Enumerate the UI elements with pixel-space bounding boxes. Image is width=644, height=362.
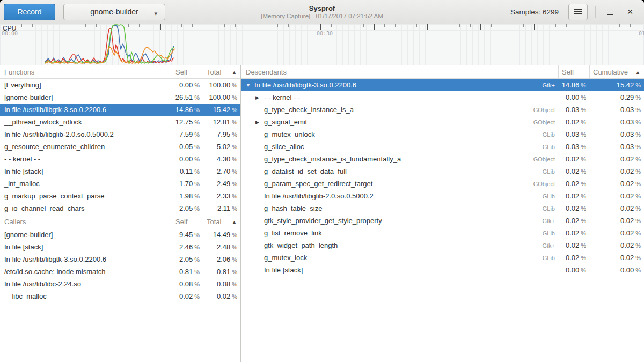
table-row[interactable]: [gnome-builder]26.51%100.00%: [0, 91, 240, 104]
expander-closed-icon[interactable]: ▶: [255, 120, 264, 125]
percent-cell: 0.00%: [172, 81, 203, 89]
header-bar: Record gnome-builder ▾ Sysprof [Memory C…: [0, 0, 644, 24]
percent-cell: 0.00%: [172, 155, 203, 163]
tree-row[interactable]: ▶g_signal_emitGObject0.02%0.03%: [241, 116, 644, 128]
descendant-name: In file /usr/lib/libglib-2.0.so.0.5000.2…: [241, 192, 558, 200]
percent-cell: 5.02%: [203, 143, 240, 151]
percent-cell: 0.29%: [589, 93, 644, 101]
percent-cell: 0.02%: [558, 241, 589, 249]
percent-cell: 0.02%: [589, 204, 644, 212]
descendant-name: g_type_check_instance_is_fundamentally_a…: [241, 155, 558, 163]
table-row[interactable]: In file /usr/lib/libgtk-3.so.0.2200.614.…: [0, 104, 240, 116]
column-header-total[interactable]: Total ▲: [203, 215, 240, 228]
percent-cell: 0.02%: [589, 155, 644, 163]
table-row[interactable]: In file [stack]2.46%2.48%: [0, 241, 240, 253]
percent-cell: 0.02%: [589, 229, 644, 237]
percent-cell: 12.75%: [172, 118, 203, 126]
table-row[interactable]: In file /usr/lib/libc-2.24.so0.08%0.08%: [0, 278, 240, 290]
expander-closed-icon[interactable]: ▶: [255, 95, 264, 100]
cpu-graph-area[interactable]: CPU 00:0000:3001:00: [0, 24, 644, 65]
percent-cell: 26.51%: [172, 93, 203, 101]
tree-row[interactable]: ▼In file /usr/lib/libgtk-3.so.0.2200.6Gt…: [241, 79, 644, 91]
library-tag: Gtk+: [542, 242, 558, 249]
record-button[interactable]: Record: [4, 4, 55, 20]
tree-row[interactable]: gtk_widget_path_lengthGtk+0.02%0.02%: [241, 239, 644, 252]
function-name: In file [stack]: [0, 243, 172, 251]
column-header-self[interactable]: Self: [558, 65, 589, 79]
tree-row[interactable]: g_param_spec_get_redirect_targetGObject0…: [241, 178, 644, 190]
table-row[interactable]: [gnome-builder]9.45%14.49%: [0, 228, 240, 241]
library-tag: GLib: [543, 168, 558, 175]
function-name: _int_malloc: [0, 180, 172, 188]
descendant-name: g_slice_allocGLib: [241, 143, 558, 151]
time-tick-label: 00:00: [2, 31, 18, 36]
table-row[interactable]: /etc/ld.so.cache: inode mismatch0.81%0.8…: [0, 265, 240, 278]
percent-cell: 0.00%: [558, 93, 589, 101]
percent-cell: 1.70%: [172, 180, 203, 188]
table-row[interactable]: g_resource_enumerate_children0.05%5.02%: [0, 141, 240, 153]
tree-row[interactable]: g_datalist_id_set_data_fullGLib0.02%0.02…: [241, 165, 644, 178]
table-row[interactable]: _int_malloc1.70%2.49%: [0, 178, 240, 190]
function-name: In file /usr/lib/libglib-2.0.so.0.5000.2: [0, 130, 172, 138]
percent-cell: 0.02%: [558, 217, 589, 225]
percent-cell: 0.02%: [558, 118, 589, 126]
target-selector-dropdown[interactable]: gnome-builder ▾: [63, 4, 165, 20]
table-row[interactable]: In file /usr/lib/libgtk-3.so.0.2200.62.0…: [0, 253, 240, 265]
column-header-descendants[interactable]: Descendants: [241, 65, 558, 79]
column-header-total[interactable]: Total ▲: [203, 65, 240, 79]
function-name: /etc/ld.so.cache: inode mismatch: [0, 268, 172, 276]
percent-cell: 2.46%: [172, 243, 203, 251]
table-row[interactable]: g_io_channel_read_chars2.05%2.11%: [0, 202, 240, 215]
column-header-self[interactable]: Self: [172, 215, 203, 228]
time-tick-label: 01:00: [639, 31, 644, 36]
tree-row[interactable]: ▶- - kernel - -0.00%0.29%: [241, 91, 644, 104]
tree-row[interactable]: g_mutex_lockGLib0.02%0.02%: [241, 252, 644, 264]
tree-row[interactable]: g_slice_allocGLib0.03%0.03%: [241, 141, 644, 153]
column-header-self[interactable]: Self: [172, 65, 203, 79]
percent-cell: 0.08%: [172, 280, 203, 288]
function-name: __libc_malloc: [0, 292, 172, 300]
callers-table: [gnome-builder]9.45%14.49%In file [stack…: [0, 228, 240, 302]
function-name: g_resource_enumerate_children: [0, 143, 172, 151]
percent-cell: 2.48%: [203, 243, 240, 251]
column-header-cumulative[interactable]: Cumulative ▲: [589, 65, 644, 79]
percent-cell: 0.03%: [589, 143, 644, 151]
sort-ascending-icon: ▲: [232, 70, 240, 75]
percent-cell: 9.45%: [172, 231, 203, 239]
percent-cell: 15.42%: [589, 81, 644, 89]
tree-row[interactable]: g_list_remove_linkGLib0.02%0.02%: [241, 227, 644, 239]
close-button[interactable]: ×: [623, 4, 638, 19]
tree-row[interactable]: In file [stack]0.00%0.00%: [241, 264, 644, 276]
column-header-functions[interactable]: Functions: [0, 65, 172, 79]
table-row[interactable]: [Everything]0.00%100.00%: [0, 79, 240, 91]
function-name: In file /usr/lib/libgtk-3.so.0.2200.6: [0, 106, 172, 114]
tree-row[interactable]: g_hash_table_sizeGLib0.02%0.02%: [241, 202, 644, 215]
tree-row[interactable]: g_type_check_instance_is_aGObject0.03%0.…: [241, 104, 644, 116]
function-name: [Everything]: [0, 81, 172, 89]
descendant-name: gtk_style_provider_get_style_propertyGtk…: [241, 217, 558, 225]
tree-row[interactable]: In file /usr/lib/libglib-2.0.so.0.5000.2…: [241, 190, 644, 202]
column-header-callers[interactable]: Callers: [0, 215, 172, 228]
percent-cell: 1.98%: [172, 192, 203, 200]
tree-row[interactable]: g_type_check_instance_is_fundamentally_a…: [241, 153, 644, 165]
table-row[interactable]: In file /usr/lib/libglib-2.0.so.0.5000.2…: [0, 128, 240, 141]
expander-open-icon[interactable]: ▼: [246, 83, 254, 88]
table-row[interactable]: - - kernel - -0.00%4.30%: [0, 153, 240, 165]
menu-button[interactable]: [568, 4, 588, 20]
table-row[interactable]: __libc_malloc0.02%0.02%: [0, 290, 240, 302]
table-row[interactable]: In file [stack]0.11%2.70%: [0, 165, 240, 178]
tree-row[interactable]: gtk_style_provider_get_style_propertyGtk…: [241, 215, 644, 227]
function-name: In file /usr/lib/libgtk-3.so.0.2200.6: [0, 255, 172, 263]
hamburger-menu-icon: [574, 9, 582, 14]
function-name: g_io_channel_read_chars: [0, 204, 172, 212]
library-tag: GObject: [533, 107, 558, 113]
tree-row[interactable]: g_mutex_unlockGLib0.03%0.03%: [241, 128, 644, 141]
minimize-button[interactable]: [602, 4, 617, 19]
chevron-down-icon: ▾: [154, 10, 157, 17]
descendant-name: g_datalist_id_set_data_fullGLib: [241, 167, 558, 175]
percent-cell: 0.02%: [203, 292, 240, 300]
table-row[interactable]: __pthread_rwlock_rdlock12.75%12.81%: [0, 116, 240, 128]
function-name: In file [stack]: [0, 167, 172, 175]
table-row[interactable]: g_markup_parse_context_parse1.98%2.33%: [0, 190, 240, 202]
descendant-name: g_mutex_lockGLib: [241, 254, 558, 262]
